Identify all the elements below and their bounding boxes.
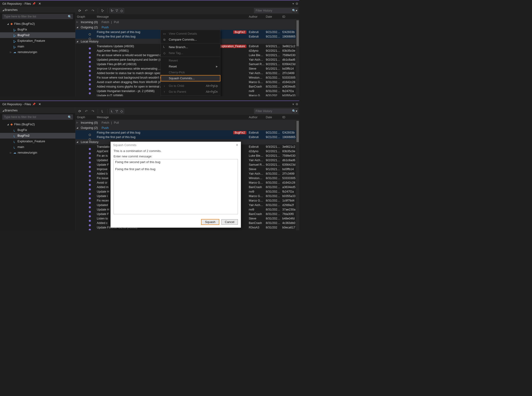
dialog-close-icon[interactable]: ✕: [236, 143, 238, 147]
search-icon[interactable]: 🔍: [68, 115, 71, 119]
titlebar: Git Repository - Files 📌 ✕ ▾ ⚙: [0, 0, 299, 7]
pin-icon[interactable]: 📌: [32, 103, 36, 106]
ctx-new-branch[interactable]: New Branch...: [161, 44, 220, 50]
branch-mode-icon[interactable]: [100, 109, 105, 114]
squash-dialog: Squash Commits ✕ This is a combination o…: [111, 142, 241, 228]
pull-link[interactable]: Pull: [114, 20, 119, 24]
view-branches-icon[interactable]: [110, 8, 114, 13]
push-link[interactable]: Push: [101, 25, 109, 29]
tab-git-repo[interactable]: Git Repository - Files 📌 ✕: [1, 102, 42, 107]
history-search-button[interactable]: 🔍▾: [292, 8, 298, 13]
fetch-link[interactable]: Fetch: [101, 20, 109, 24]
gear-icon[interactable]: ⚙: [296, 2, 298, 6]
ctx-goto-child: ↓Go to ChildAlt+PgUp: [161, 83, 220, 89]
view-branches-icon[interactable]: [110, 109, 114, 114]
cancel-button[interactable]: Cancel: [221, 219, 238, 225]
ctx-new-tag: ◇New Tag...: [161, 50, 220, 56]
gear-icon[interactable]: ⚙: [296, 102, 298, 106]
branch-main[interactable]: main: [0, 44, 75, 49]
branch-bugfix[interactable]: BugFix: [0, 127, 75, 133]
ctx-squash[interactable]: Squash Commits...: [161, 75, 220, 81]
squash-button[interactable]: Squash: [201, 219, 219, 225]
outgoing-section[interactable]: ◢ Outgoing (2) Push: [76, 24, 299, 30]
push-link[interactable]: Push: [101, 126, 109, 129]
repo-root[interactable]: ◢ ◆ Files (BugFix2): [0, 21, 75, 27]
dialog-info: This is a combination of 2 commits.: [114, 149, 238, 153]
refresh-icon[interactable]: ⟳: [77, 109, 83, 114]
search-icon[interactable]: 🔍: [68, 15, 71, 18]
branch-main[interactable]: main: [0, 144, 75, 150]
dialog-label: Enter new commit message:: [114, 155, 238, 158]
branches-tree: ◢ ◆ Files (BugFix2) BugFix BugFix2 Explo…: [0, 21, 75, 55]
col-author[interactable]: Author: [249, 116, 266, 119]
outgoing-section[interactable]: ◢ Outgoing (2) Push: [76, 125, 299, 130]
pin-icon[interactable]: 📌: [32, 2, 36, 5]
col-message[interactable]: Message: [97, 15, 249, 18]
ctx-compare[interactable]: ⧉Compare Commits...: [161, 37, 220, 42]
close-icon[interactable]: ✕: [38, 2, 41, 6]
history-filter-input[interactable]: [254, 8, 292, 13]
col-id[interactable]: ID: [282, 15, 299, 18]
pull-link[interactable]: Pull: [114, 121, 119, 124]
ctx-reset[interactable]: Reset▶: [161, 64, 220, 69]
git-icon: ◆: [10, 122, 13, 127]
remotes-node[interactable]: ▷ ☁ remotes/origin: [0, 150, 75, 156]
col-message[interactable]: Message: [97, 116, 249, 119]
remotes-node[interactable]: ▷ ☁ remotes/origin: [0, 49, 75, 55]
branches-sidebar: Branches 🔍 ◢ ◆ Files (BugFix2) BugFix: [0, 7, 76, 96]
view-graph-icon[interactable]: [114, 109, 119, 114]
view-tag-icon[interactable]: ◇: [119, 109, 124, 114]
fetch-link[interactable]: Fetch: [101, 121, 109, 124]
redo-icon: ↷: [90, 8, 96, 13]
svg-point-4: [117, 110, 118, 111]
col-date[interactable]: Date: [266, 15, 282, 18]
git-window-top: Git Repository - Files 📌 ✕ ▾ ⚙ Branches …: [0, 0, 299, 96]
commit-row[interactable]: Fixing the second part of this bugBugFix…: [76, 130, 299, 135]
tab-title: Git Repository - Files: [2, 2, 31, 6]
branch-exploration[interactable]: Exploration_Feature: [0, 139, 75, 144]
scroll-thumb[interactable]: [296, 20, 299, 46]
history-filter-input[interactable]: [254, 109, 292, 114]
commit-row[interactable]: Fixing the first part of this bugEsibrut…: [76, 135, 299, 139]
history-pane: ⟳ ↶ ↷ ◇ 🔍▾ Graph Message Auth: [76, 108, 299, 230]
branch-bugfix[interactable]: BugFix: [0, 27, 75, 32]
col-date[interactable]: Date: [266, 116, 282, 119]
branch-bugfix2[interactable]: BugFix2: [0, 133, 75, 139]
branches-filter-input[interactable]: [2, 14, 73, 19]
branches-filter-input[interactable]: [2, 114, 73, 120]
col-graph[interactable]: Graph: [76, 116, 97, 119]
branch-mode-icon[interactable]: [100, 8, 105, 13]
col-graph[interactable]: Graph: [76, 15, 97, 18]
scroll-thumb[interactable]: [296, 121, 299, 142]
ctx-cherry: Cherry-Pick: [161, 69, 220, 75]
refresh-icon[interactable]: ⟳: [77, 8, 83, 13]
undo-icon: ↶: [84, 109, 89, 114]
branch-exploration[interactable]: Exploration_Feature: [0, 38, 75, 44]
view-tag-icon[interactable]: ◇: [119, 8, 124, 13]
dropdown-icon[interactable]: ▾: [292, 2, 294, 6]
titlebar: Git Repository - Files 📌 ✕ ▾ ⚙: [0, 101, 299, 108]
branches-header[interactable]: Branches: [0, 7, 75, 12]
branch-bugfix2[interactable]: BugFix2: [0, 32, 75, 38]
repo-root[interactable]: ◢ ◆ Files (BugFix2): [0, 122, 75, 127]
cloud-icon: ☁: [13, 50, 16, 54]
branches-header[interactable]: Branches: [0, 108, 75, 113]
column-headers: Graph Message Author Date ID: [76, 115, 299, 120]
dropdown-icon[interactable]: ▾: [292, 102, 294, 106]
incoming-section[interactable]: ▷ Incoming (0) Fetch | Pull: [76, 19, 299, 24]
col-id[interactable]: ID: [282, 116, 299, 119]
commits-list: ▷ Incoming (0) Fetch | Pull ◢ Outgoing (…: [76, 120, 299, 230]
incoming-section[interactable]: ▷ Incoming (0) Fetch | Pull: [76, 120, 299, 125]
svg-point-1: [117, 9, 118, 10]
dialog-title: Squash Commits: [113, 143, 136, 147]
view-graph-icon[interactable]: [114, 8, 119, 13]
close-icon[interactable]: ✕: [38, 102, 41, 106]
scrollbar[interactable]: [296, 120, 299, 230]
col-author[interactable]: Author: [249, 15, 266, 18]
cloud-icon: ☁: [13, 150, 16, 155]
commit-message-textarea[interactable]: [114, 159, 238, 214]
tab-git-repo[interactable]: Git Repository - Files 📌 ✕: [1, 1, 42, 6]
history-search-button[interactable]: 🔍▾: [292, 108, 298, 114]
svg-point-3: [116, 110, 117, 111]
scrollbar[interactable]: [296, 19, 299, 96]
